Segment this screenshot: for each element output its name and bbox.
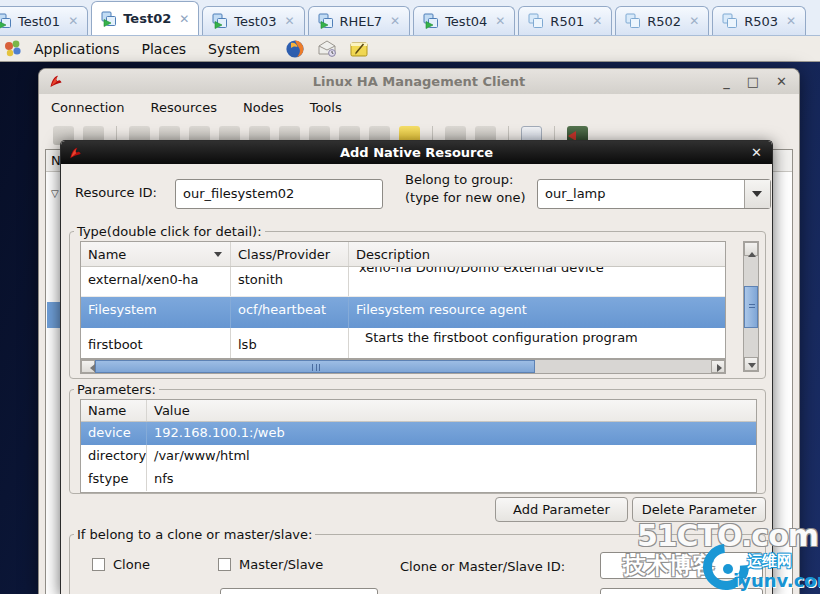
tab-close-icon[interactable]: ✕ bbox=[495, 14, 505, 28]
ha-window-titlebar[interactable]: Linux HA Management Client _ □ ✕ bbox=[39, 69, 799, 94]
tab-r501[interactable]: R501 ✕ bbox=[518, 6, 612, 35]
maximize-icon[interactable]: □ bbox=[747, 74, 759, 89]
type-groupbox: Type(double click for detail): Name Clas… bbox=[69, 224, 766, 379]
vertical-scroll-thumb[interactable] bbox=[744, 286, 758, 328]
tab-label: R502 bbox=[647, 14, 681, 29]
scroll-down-button[interactable] bbox=[744, 357, 758, 371]
ha-app-icon bbox=[68, 146, 82, 160]
tree-expander-icon[interactable]: ▽ bbox=[51, 188, 59, 199]
panel-menu-applications[interactable]: Applications bbox=[23, 41, 131, 57]
resource-id-label: Resource ID: bbox=[75, 185, 157, 200]
vm-stopped-icon bbox=[722, 13, 738, 29]
type-row-external-xen0-ha[interactable]: external/xen0-ha stonith xen0-ha DomU/Do… bbox=[81, 267, 725, 297]
tab-close-icon[interactable]: ✕ bbox=[786, 14, 796, 28]
tab-r503[interactable]: R503 ✕ bbox=[712, 6, 806, 35]
firefox-icon[interactable] bbox=[285, 39, 305, 59]
master-slave-checkbox[interactable] bbox=[218, 558, 231, 571]
vm-running-icon bbox=[212, 13, 228, 29]
clone-id-input[interactable] bbox=[600, 552, 763, 579]
vm-running-icon bbox=[101, 11, 117, 27]
clone-checkbox[interactable] bbox=[92, 558, 105, 571]
tab-rhel7[interactable]: RHEL7 ✕ bbox=[308, 6, 411, 35]
menu-tools[interactable]: Tools bbox=[310, 100, 342, 115]
panel-menu-places[interactable]: Places bbox=[131, 41, 198, 57]
tab-close-icon[interactable]: ✕ bbox=[592, 14, 602, 28]
col-description[interactable]: Description bbox=[349, 242, 725, 266]
ha-app-icon bbox=[48, 74, 63, 89]
tab-close-icon[interactable]: ✕ bbox=[179, 12, 189, 26]
text-editor-icon[interactable] bbox=[349, 39, 369, 59]
type-legend: Type(double click for detail): bbox=[74, 224, 265, 239]
belong-group-combobox[interactable]: our_lamp bbox=[537, 179, 771, 209]
clone-groupbox: If belong to a clone or master/slave: Cl… bbox=[69, 527, 766, 594]
param-row-fstype[interactable]: fstype nfs bbox=[81, 468, 756, 491]
scroll-left-button[interactable] bbox=[81, 360, 95, 373]
menu-nodes[interactable]: Nodes bbox=[243, 100, 284, 115]
type-horizontal-scrollbar[interactable] bbox=[80, 359, 726, 374]
ha-window-title: Linux HA Management Client bbox=[39, 74, 799, 89]
sort-indicator-icon bbox=[214, 252, 222, 261]
type-row-filesystem[interactable]: Filesystem ocf/heartbeat Filesystem reso… bbox=[81, 297, 725, 328]
tab-test04[interactable]: Test04 ✕ bbox=[413, 6, 515, 35]
param-row-device[interactable]: device 192.168.100.1:/web bbox=[81, 422, 756, 445]
tab-label: Test02 bbox=[123, 11, 171, 26]
tab-test03[interactable]: Test03 ✕ bbox=[202, 6, 304, 35]
param-row-directory[interactable]: directory /var/www/html bbox=[81, 445, 756, 468]
master-slave-checkbox-label: Master/Slave bbox=[239, 557, 323, 572]
parameters-groupbox: Parameters: Name Value device 192.168.10… bbox=[69, 382, 766, 494]
scroll-up-button[interactable] bbox=[744, 242, 758, 256]
type-row-firstboot[interactable]: firstboot lsb Starts the firstboot confi… bbox=[81, 328, 725, 358]
tab-bar: Test01 ✕ Test02 ✕ Test03 ✕ RHEL7 ✕ Test0… bbox=[0, 0, 820, 36]
screen: Test01 ✕ Test02 ✕ Test03 ✕ RHEL7 ✕ Test0… bbox=[0, 0, 820, 594]
gnome-panel: Applications Places System bbox=[0, 36, 820, 62]
tab-close-icon[interactable]: ✕ bbox=[390, 14, 400, 28]
tab-close-icon[interactable]: ✕ bbox=[689, 14, 699, 28]
parameters-table: Name Value device 192.168.100.1:/web dir… bbox=[80, 399, 757, 493]
dialog-titlebar[interactable]: Add Native Resource ✕ bbox=[61, 141, 772, 164]
close-icon[interactable]: ✕ bbox=[776, 74, 787, 89]
col-param-value[interactable]: Value bbox=[147, 400, 756, 421]
type-table-header: Name Class/Provider Description bbox=[81, 242, 725, 267]
add-parameter-button[interactable]: Add Parameter bbox=[495, 497, 628, 522]
col-name[interactable]: Name bbox=[81, 242, 231, 266]
belong-group-label-1: Belong to group: bbox=[405, 172, 513, 187]
tab-test02[interactable]: Test02 ✕ bbox=[91, 1, 199, 35]
tab-test01[interactable]: Test01 ✕ bbox=[0, 6, 88, 35]
tab-close-icon[interactable]: ✕ bbox=[284, 14, 294, 28]
tab-label: Test01 bbox=[18, 14, 60, 29]
menu-connection[interactable]: Connection bbox=[51, 100, 125, 115]
tab-label: R501 bbox=[550, 14, 584, 29]
tab-label: R503 bbox=[744, 14, 778, 29]
col-param-name[interactable]: Name bbox=[81, 400, 147, 421]
parameters-table-header: Name Value bbox=[81, 400, 756, 422]
resource-id-input[interactable]: our_filesystem02 bbox=[175, 179, 383, 209]
panel-menu-system[interactable]: System bbox=[197, 41, 271, 57]
col-class-provider[interactable]: Class/Provider bbox=[231, 242, 349, 266]
clone-max-input[interactable] bbox=[220, 588, 378, 594]
type-vertical-scrollbar[interactable] bbox=[743, 241, 759, 372]
belong-group-label-2: (type for new one) bbox=[405, 190, 526, 205]
minimize-icon[interactable]: _ bbox=[723, 74, 730, 89]
vm-running-icon bbox=[423, 13, 439, 29]
parameters-legend: Parameters: bbox=[74, 382, 159, 397]
distro-logo-icon[interactable] bbox=[3, 39, 23, 59]
dialog-title: Add Native Resource bbox=[61, 145, 772, 160]
chevron-down-icon bbox=[752, 191, 762, 202]
scroll-right-button[interactable] bbox=[711, 360, 725, 373]
mail-icon[interactable] bbox=[317, 39, 337, 59]
tab-r502[interactable]: R502 ✕ bbox=[615, 6, 709, 35]
add-native-resource-dialog: Add Native Resource ✕ Resource ID: our_f… bbox=[60, 140, 773, 594]
belong-group-value: our_lamp bbox=[538, 180, 744, 208]
vm-stopped-icon bbox=[625, 13, 641, 29]
type-table: Name Class/Provider Description external… bbox=[80, 241, 726, 359]
tab-close-icon[interactable]: ✕ bbox=[68, 14, 78, 28]
menu-resources[interactable]: Resources bbox=[151, 100, 217, 115]
delete-parameter-button[interactable]: Delete Parameter bbox=[632, 497, 766, 522]
ha-menubar: Connection Resources Nodes Tools bbox=[39, 94, 799, 120]
dialog-close-icon[interactable]: ✕ bbox=[751, 145, 762, 160]
tab-label: Test04 bbox=[445, 14, 487, 29]
clone-node-max-input[interactable] bbox=[600, 588, 763, 594]
horizontal-scroll-thumb[interactable] bbox=[95, 360, 535, 373]
tab-label: Test03 bbox=[234, 14, 276, 29]
belong-group-dropdown-button[interactable] bbox=[744, 180, 770, 208]
